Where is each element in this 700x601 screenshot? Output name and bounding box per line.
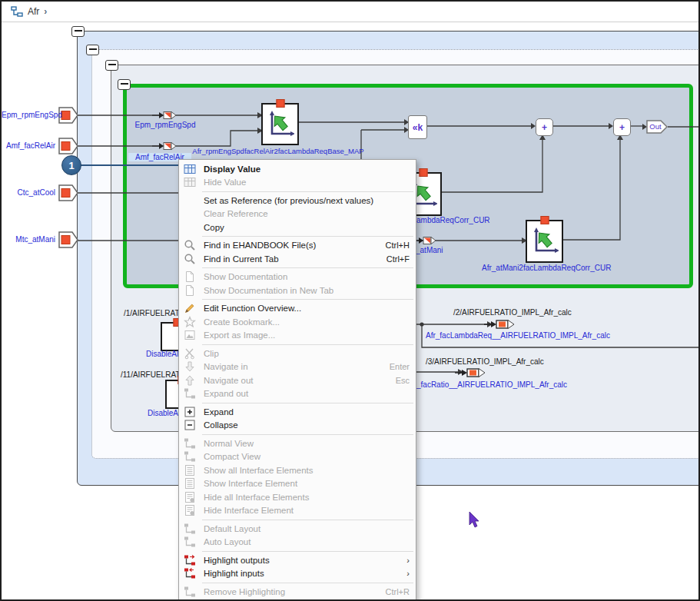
menu-item-label: Expand out (204, 389, 410, 398)
menu-item-label: Show Documentation in New Tab (204, 286, 410, 295)
clip-icon (182, 347, 197, 360)
image-icon (182, 329, 197, 341)
shift-block[interactable]: «k (408, 115, 427, 139)
output-port[interactable]: Out (646, 120, 668, 137)
input-port-label[interactable]: Mtc_atMani (2, 235, 55, 244)
menu-item-label: Navigate out (204, 376, 386, 385)
menu-item-label: Expand (204, 407, 410, 417)
menu-item-label: Remove Highlighting (204, 587, 377, 596)
menu-item-remove-highlighting: Remove HighlightingCtrl+R (179, 585, 416, 599)
collapse-button[interactable] (105, 60, 118, 71)
input-port-ctc[interactable] (58, 184, 78, 204)
collapse-button[interactable] (118, 79, 131, 90)
left-block-signal[interactable]: DisableAllI (146, 350, 182, 358)
menu-item-clip: Clip (179, 347, 416, 360)
external-port-signal[interactable]: _facRatio__AIRFUELRATIO_IMPL_Afr_calc (416, 380, 567, 389)
list-hide-icon (182, 491, 197, 503)
map-block-label[interactable]: Afr_rpmEngSpdfacRelAir2facLambdaReqBase_… (190, 147, 367, 155)
menu-item-label: Clip (204, 349, 410, 358)
menu-item-highlight-outputs[interactable]: Highlight outputs› (179, 553, 416, 567)
breadcrumb-bar: Afr › (2, 2, 698, 22)
menu-item-label: Export as Image... (204, 330, 410, 340)
model-tree-icon (11, 6, 23, 17)
input-port-amf[interactable] (58, 138, 78, 158)
menu-item-expand[interactable]: Expand (179, 405, 416, 419)
interface-element-label[interactable]: Epm_rpmEngSpd (134, 121, 196, 129)
external-port-icon[interactable] (455, 367, 487, 382)
external-port-path: /3/AIRFUELRATIO_IMPL_Afr_calc (426, 357, 544, 366)
input-port-label[interactable]: Epm_rpmEngSpd (2, 111, 55, 119)
breadcrumb[interactable]: Afr (28, 6, 39, 17)
menu-item-hide-interface-element: Hide Interface Element (179, 504, 416, 518)
menu-item-shortcut: Ctrl+F (386, 254, 410, 264)
menu-separator (202, 191, 413, 192)
menu-item-display-value[interactable]: Display Value (179, 162, 416, 176)
input-port-mtc[interactable] (58, 231, 78, 251)
menu-item-export-as-image: Export as Image... (179, 329, 416, 343)
collapse-button[interactable] (71, 26, 85, 37)
menu-item-edit-function-overview[interactable]: Edit Function Overview... (179, 302, 416, 316)
menu-item-clear-reference: Clear Reference (179, 208, 416, 221)
document-icon (182, 271, 197, 283)
navigate-in-icon (182, 360, 197, 373)
search-icon (182, 253, 197, 265)
menu-item-navigate-in: Navigate inEnter (179, 360, 416, 374)
map-block[interactable] (261, 103, 299, 145)
menu-item-label: Find in EHANDBOOK File(s) (204, 241, 377, 250)
output-port-label: Out (649, 122, 662, 131)
expand-icon (182, 406, 197, 418)
menu-item-collapse[interactable]: Collapse (179, 419, 416, 433)
left-block-path: /11/AIRFUELRAT (121, 370, 180, 379)
menu-item-label: Hide Interface Element (204, 506, 410, 515)
parameter-marker (540, 216, 549, 224)
menu-item-hide-value: Hide Value (179, 176, 416, 190)
menu-item-hide-all-interface-elements: Hide all Interface Elements (179, 490, 416, 504)
interface-element-label[interactable]: _atMani (416, 246, 443, 254)
menu-item-normal-view: Normal View (179, 437, 416, 450)
display-value-icon (182, 163, 197, 175)
map-curve-icon (267, 110, 294, 139)
callout-badge: 1 (61, 155, 81, 175)
menu-item-label: Highlight outputs (204, 556, 402, 565)
submenu-arrow-icon: › (402, 556, 410, 565)
pencil-icon (182, 302, 197, 314)
menu-item-label: Display Value (204, 164, 410, 174)
menu-item-find-in-ehandbook-file-s[interactable]: Find in EHANDBOOK File(s)Ctrl+H (179, 239, 416, 253)
cur-block-2[interactable] (526, 220, 563, 263)
input-port-label[interactable]: Ctc_atCool (2, 188, 55, 197)
menu-item-label: Clear Reference (204, 209, 410, 218)
compact-view-icon (182, 450, 197, 463)
collapse-button[interactable] (86, 45, 99, 55)
menu-item-label: Show Interface Element (204, 479, 410, 488)
list-icon (182, 477, 197, 490)
remove-highlighting-icon (182, 586, 197, 598)
menu-item-label: Highlight inputs (204, 569, 402, 578)
menu-item-set-as-reference-for-previous-next-values[interactable]: Set as Reference (for previous/next valu… (179, 194, 416, 208)
menu-item-label: Navigate in (204, 362, 380, 371)
menu-item-label: Show all Interface Elements (204, 466, 410, 475)
menu-item-show-interface-element: Show Interface Element (179, 477, 416, 491)
menu-item-label: Copy (204, 223, 410, 232)
menu-item-label: Auto Layout (204, 537, 410, 546)
parameter-marker (419, 168, 427, 177)
left-block-signal[interactable]: DisableAll (148, 409, 181, 417)
menu-item-copy[interactable]: Copy (179, 221, 416, 234)
cur-block-2-label[interactable]: Afr_atMani2facLambdaReqCorr_CUR (482, 264, 605, 272)
menu-item-compact-view: Compact View (179, 450, 416, 464)
cur-block-1-label[interactable]: ambdaReqCorr_CUR (416, 216, 490, 224)
add-block[interactable]: + (613, 118, 631, 136)
application-window: Afr › (0, 0, 700, 601)
add-block[interactable]: + (536, 118, 553, 136)
menu-item-find-in-current-tab[interactable]: Find in Current TabCtrl+F (179, 252, 416, 266)
menu-separator (202, 236, 413, 237)
menu-item-navigate-out: Navigate outEsc (179, 374, 416, 387)
menu-item-label: Edit Function Overview... (204, 304, 410, 313)
document-icon (182, 284, 197, 297)
menu-item-auto-layout: Auto Layout (179, 536, 416, 550)
menu-separator (202, 267, 413, 268)
input-port-label[interactable]: Amf_facRelAir (2, 141, 55, 150)
menu-item-highlight-inputs[interactable]: Highlight inputs› (179, 567, 416, 581)
external-port-signal[interactable]: Afr_facLambdaReq__AIRFUELRATIO_IMPL_Afr_… (426, 331, 610, 340)
normal-view-icon (182, 437, 197, 450)
parameter-marker (276, 99, 284, 108)
